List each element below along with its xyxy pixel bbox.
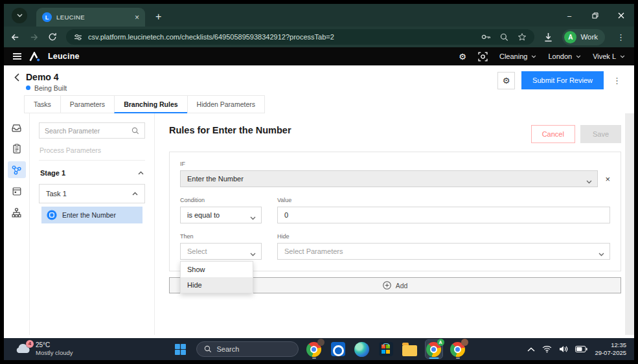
hide-parameters-select[interactable]: Select Parameters: [277, 243, 610, 260]
calendar-icon: [12, 186, 22, 196]
task-item[interactable]: Task 1: [39, 184, 145, 203]
tab-hidden-parameters[interactable]: Hidden Parameters: [187, 95, 265, 113]
chevron-down-icon: [576, 55, 581, 58]
weather-alert-badge: 4: [26, 340, 34, 348]
app-header-actions: ⚙ Cleaning London Vivek L: [459, 52, 625, 62]
browser-profile-chip[interactable]: A Work: [562, 29, 605, 45]
sidebar-item-org-structure[interactable]: [8, 204, 26, 221]
sidebar-item-processes[interactable]: [8, 161, 26, 178]
taskbar-search[interactable]: Search: [196, 341, 299, 357]
download-icon: [543, 32, 553, 42]
if-parameter-select[interactable]: Enter the Number: [180, 170, 598, 187]
browser-tab-leucine[interactable]: L LEUCINE ×: [36, 8, 145, 27]
parameter-item-selected[interactable]: Enter the Number: [41, 207, 142, 223]
sidebar-item-scheduler[interactable]: [8, 183, 26, 199]
wifi-icon[interactable]: [542, 345, 552, 353]
then-dropdown-menu: Show Hide: [180, 261, 253, 293]
taskbar-clock[interactable]: 12:35 29-07-2025: [595, 341, 626, 358]
sidebar-item-inbox[interactable]: [8, 119, 26, 135]
bookmark-star-icon[interactable]: [518, 32, 527, 41]
weather-widget[interactable]: 4 25°C Mostly cloudy: [14, 341, 73, 357]
facility-scan-icon[interactable]: [478, 52, 488, 62]
process-settings-button[interactable]: ⚙: [497, 72, 515, 89]
settings-gear-icon[interactable]: ⚙: [459, 52, 466, 62]
stage-item[interactable]: Stage 1: [39, 161, 145, 184]
taskbar-chrome-active-icon[interactable]: A: [426, 340, 442, 358]
more-options-button[interactable]: ⋮: [610, 76, 624, 85]
cancel-button[interactable]: Cancel: [531, 125, 575, 143]
then-label: Then: [180, 233, 262, 240]
user-menu[interactable]: Vivek L: [593, 52, 625, 60]
app-header: Leucine ⚙ Cleaning London Vivek L: [4, 47, 634, 65]
page-title: Demo 4: [26, 72, 67, 82]
battery-icon[interactable]: [575, 346, 587, 352]
back-button[interactable]: [10, 32, 20, 42]
taskbar-chrome-profile2-icon[interactable]: [450, 340, 466, 358]
tab-branching-rules[interactable]: Branching Rules: [114, 95, 187, 113]
chevron-down-icon: [250, 253, 256, 256]
plus-circle-icon: [383, 281, 391, 290]
sidebar-item-checklists[interactable]: [8, 140, 26, 157]
search-input[interactable]: [45, 127, 128, 135]
tab-search-button[interactable]: [12, 8, 27, 23]
tab-tasks[interactable]: Tasks: [24, 95, 61, 113]
scrollbar-track[interactable]: [625, 113, 634, 335]
inbox-tray-icon: [11, 122, 22, 133]
zoom-icon[interactable]: [500, 33, 508, 41]
reload-button[interactable]: [48, 32, 57, 41]
weather-temp: 25°C: [36, 341, 73, 350]
submit-for-review-button[interactable]: Submit For Review: [521, 71, 604, 89]
taskbar-edge-icon[interactable]: [354, 340, 370, 358]
hide-label: Hide: [277, 233, 610, 240]
tray-chevron-up-icon[interactable]: [527, 347, 535, 352]
numeric-parameter-icon: [47, 210, 57, 220]
downloads-button[interactable]: [543, 32, 553, 42]
chevron-down-icon: [250, 216, 256, 220]
close-window-button[interactable]: [608, 4, 634, 27]
org-chart-icon: [11, 207, 22, 218]
browser-menu-button[interactable]: ⋮: [614, 32, 628, 42]
leucine-favicon-icon: L: [42, 12, 52, 22]
url-text[interactable]: csv.platform.leucinetech.com/checklists/…: [88, 33, 475, 41]
taskbar-search-label: Search: [217, 345, 240, 353]
chevron-down-icon: [17, 14, 23, 17]
then-placeholder: Select: [187, 247, 207, 255]
value-input[interactable]: [277, 207, 610, 223]
start-button[interactable]: [172, 340, 189, 358]
condition-value: is equal to: [187, 211, 220, 219]
use-case-selector[interactable]: Cleaning: [499, 52, 536, 60]
parameter-search[interactable]: [39, 122, 145, 139]
taskbar-chrome-profile1-icon[interactable]: [306, 340, 323, 358]
facility-selector[interactable]: London: [548, 52, 581, 60]
hamburger-menu-icon[interactable]: [13, 53, 21, 60]
new-tab-button[interactable]: +: [155, 12, 161, 22]
back-chevron-icon[interactable]: [14, 73, 19, 82]
forward-button[interactable]: [29, 32, 39, 42]
dropdown-option-hide[interactable]: Hide: [181, 277, 253, 293]
weather-desc: Mostly cloudy: [36, 349, 73, 357]
volume-icon[interactable]: [559, 345, 568, 353]
tab-close-icon[interactable]: ×: [135, 14, 139, 21]
taskbar-file-explorer-icon[interactable]: [402, 340, 418, 358]
system-tray: 12:35 29-07-2025: [527, 341, 626, 358]
taskbar-store-icon[interactable]: [378, 340, 394, 358]
address-bar[interactable]: csv.platform.leucinetech.com/checklists/…: [66, 29, 534, 45]
then-select[interactable]: Select: [180, 243, 262, 260]
minimize-button[interactable]: –: [556, 4, 582, 27]
screenshot-frame: L LEUCINE × + – csv.platform.leucinete: [0, 0, 638, 364]
taskbar-outlook-icon[interactable]: [330, 340, 347, 358]
condition-select[interactable]: is equal to: [180, 207, 262, 223]
remove-rule-icon[interactable]: ×: [605, 175, 610, 183]
browser-tabstrip: L LEUCINE × + –: [4, 4, 634, 27]
save-button[interactable]: Save: [580, 125, 621, 143]
restore-button[interactable]: [582, 4, 608, 27]
password-key-icon[interactable]: [481, 33, 491, 41]
rules-main: Rules for Enter the Number Cancel Save I…: [155, 113, 625, 335]
windows-start-icon: [175, 344, 186, 355]
tab-parameters[interactable]: Parameters: [60, 95, 115, 113]
dropdown-option-show[interactable]: Show: [181, 262, 253, 277]
site-settings-icon: [74, 33, 82, 41]
brand-name: Leucine: [48, 52, 80, 61]
chevron-down-icon: [598, 253, 604, 256]
condition-label: Condition: [180, 197, 262, 203]
